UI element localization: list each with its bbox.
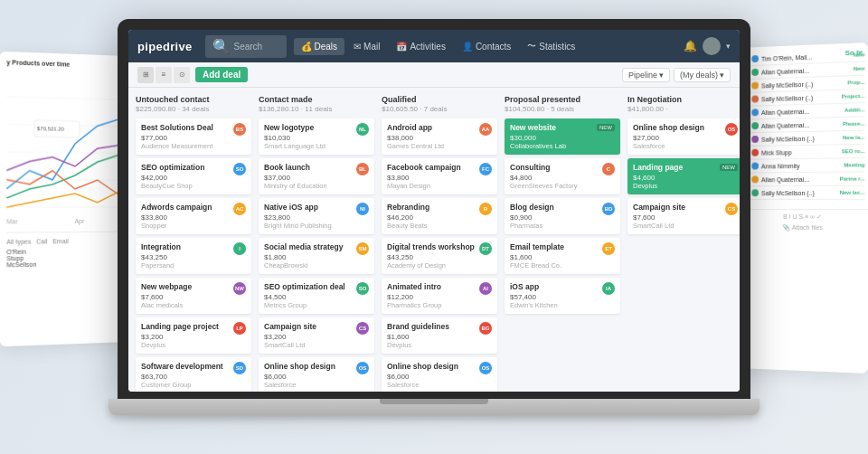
card-amount: $46,200: [387, 213, 429, 222]
column-header-proposal: Proposal presented $104,500.80 · 5 deals: [505, 95, 620, 113]
kanban-card[interactable]: Book launch $37,000 Ministry of Educatio…: [259, 158, 374, 194]
chevron-down-icon: ▾: [726, 42, 731, 51]
kanban-board: Untouched contact $225,090.80 · 34 deals…: [128, 88, 740, 392]
card-avatar: SM: [356, 242, 369, 255]
card-title: Native iOS app: [264, 203, 332, 213]
contact-list-item[interactable]: Allan Quaternai... Partne r...: [742, 172, 865, 186]
pipeline-filter[interactable]: Pipeline ▾: [622, 68, 670, 82]
kanban-card[interactable]: Integration $43,250 Papersand I: [136, 238, 251, 274]
column-untouched: Untouched contact $225,090.80 · 34 deals…: [136, 95, 251, 384]
card-sub: Academy of Design: [387, 261, 475, 270]
card-avatar: OS: [479, 362, 492, 374]
contact-badge: Partne r...: [840, 175, 865, 181]
chevron-icon: ▾: [659, 71, 664, 80]
kanban-card[interactable]: SEO optimization $42,000 BeautyCue Shop …: [136, 158, 251, 194]
card-amount: $6,000: [387, 373, 458, 381]
card-title: Adwords campaign: [141, 203, 212, 213]
nav-deals[interactable]: 💰 Deals: [294, 38, 345, 55]
search-box[interactable]: 🔍 Search: [205, 35, 287, 58]
card-amount: $27,000: [633, 134, 704, 142]
card-sub: CheapBrowski: [264, 261, 343, 270]
kanban-card[interactable]: Online shop design $27,000 Salesforce OS: [627, 118, 740, 155]
bell-icon[interactable]: 🔔: [684, 40, 697, 52]
kanban-card[interactable]: Adwords campaign $33,800 Shopper AC: [136, 198, 251, 234]
card-title: Rebranding: [387, 203, 429, 213]
laptop-notch: [380, 399, 488, 404]
kanban-card[interactable]: Best Solutions Deal $77,000 Audience Mea…: [136, 118, 251, 155]
card-title: Campaign site: [633, 203, 685, 213]
contact-badge: New: [854, 65, 865, 71]
kanban-card[interactable]: New website NEW $30,000 Collaboratives L…: [505, 118, 620, 155]
kanban-view-icon[interactable]: ⊞: [137, 67, 154, 83]
card-avatar: NL: [356, 123, 369, 136]
card-sub: Salesforce: [387, 381, 458, 389]
kanban-card[interactable]: Software development $63,700 Customer Gr…: [136, 357, 251, 392]
app-logo: pipedrive: [137, 40, 193, 53]
card-avatar: FC: [479, 163, 492, 175]
card-sub: Metrics Group: [264, 301, 345, 309]
kanban-card[interactable]: Campaign site $7,600 SmartCall Ltd CS: [627, 198, 740, 234]
kanban-card[interactable]: Brand guidelines $1,600 Devplus BG: [382, 317, 497, 354]
kanban-toolbar: ⊞ ≡ ⊙ Add deal Pipeline ▾ (My deals) ▾: [128, 62, 740, 88]
card-amount: $1,800: [264, 253, 343, 261]
kanban-card[interactable]: Native iOS app $23,800 Bright Mind Publi…: [259, 198, 374, 234]
list-view-icon[interactable]: ≡: [156, 67, 172, 83]
kanban-card[interactable]: Landing page NEW $4,600 Devplus: [627, 158, 740, 194]
contact-list-item[interactable]: Mick Stupp SEO ro...: [742, 145, 865, 160]
card-title: Blog design: [510, 203, 554, 213]
card-title: iOS app: [510, 282, 558, 292]
nav-activities[interactable]: 📅 Activities: [389, 38, 452, 55]
scene: y Products over time: [0, 0, 868, 454]
timeline-view-icon[interactable]: ⊙: [174, 67, 190, 83]
kanban-card[interactable]: SEO optimization deal $4,500 Metrics Gro…: [259, 278, 374, 314]
card-amount: $10,030: [264, 134, 326, 142]
kanban-card[interactable]: Campaign site $3,200 SmartCall Ltd CS: [259, 317, 374, 354]
nav-mail[interactable]: ✉ Mail: [346, 38, 387, 55]
card-title: Android app: [387, 123, 444, 133]
nav-statistics[interactable]: 〜 Statistics: [520, 36, 582, 56]
column-header-untouched: Untouched contact $225,090.80 · 34 deals: [136, 95, 251, 113]
card-title: Animated intro: [387, 282, 441, 292]
user-avatar[interactable]: [703, 37, 721, 55]
column-title: In Negotiation: [627, 95, 740, 105]
add-deal-button[interactable]: Add deal: [195, 67, 248, 82]
card-avatar: I: [233, 242, 246, 255]
contact-list-item[interactable]: Sally McSellson (..) New lac...: [742, 186, 865, 201]
kanban-card[interactable]: Animated intro $12,200 Pharmatics Group …: [382, 278, 497, 314]
kanban-card[interactable]: Social media strategy $1,800 CheapBrowsk…: [259, 238, 374, 274]
kanban-card[interactable]: Email template $1,600 FMCE Bread Co. ET: [505, 238, 620, 274]
kanban-card[interactable]: Digital trends workshop $43,250 Academy …: [382, 238, 497, 274]
kanban-card[interactable]: Consulting $4,800 GreenSleeves Factory C: [505, 158, 620, 194]
contact-badge: New lac...: [840, 190, 865, 195]
card-title: Integration: [141, 242, 181, 252]
column-meta: $41,800.00 ·: [627, 105, 740, 113]
kanban-card[interactable]: New logotype $10,030 Smart Language Ltd …: [259, 118, 374, 155]
kanban-card[interactable]: Blog design $0,900 Pharmatas BD: [505, 198, 620, 234]
column-header-contact: Contact made $136,280.10 · 11 deals: [259, 95, 374, 113]
kanban-card[interactable]: iOS app $57,400 Edwin's Kitchen IA: [505, 278, 620, 314]
kanban-card[interactable]: Facebook campaign $3,800 Mayan Design FC: [382, 158, 497, 194]
card-sub: Alac medicals: [141, 301, 192, 309]
card-sub: Salesforce: [633, 142, 704, 150]
laptop: pipedrive 🔍 Search 💰 Deals ✉ Mail: [108, 19, 760, 435]
mydeals-filter[interactable]: (My deals) ▾: [674, 68, 731, 82]
contact-list-item[interactable]: Anna Nimmity Meeting: [742, 158, 865, 173]
card-avatar: ET: [602, 242, 615, 255]
kanban-card[interactable]: Android app $38,000 Games Central Ltd AA: [382, 118, 497, 155]
kanban-card[interactable]: Online shop design $6,000 Salesforce OS: [382, 357, 497, 392]
card-sub: Games Central Ltd: [387, 142, 444, 150]
card-avatar: AA: [479, 123, 492, 136]
kanban-card[interactable]: Online shop design $6,000 Salesforce OS: [259, 357, 374, 392]
kanban-card[interactable]: Landing page project $3,200 Devplus LP: [136, 317, 251, 354]
kanban-card[interactable]: New webpage $7,600 Alac medicals NW: [136, 278, 251, 314]
contact-badge: Please...: [843, 120, 864, 127]
card-sub: Pharmatics Group: [387, 301, 441, 309]
card-title: Landing page project: [141, 322, 219, 332]
card-amount: $4,600: [633, 174, 738, 182]
column-header-negotiation: In Negotiation $41,800.00 ·: [627, 95, 740, 113]
kanban-card[interactable]: Rebranding $46,200 Beauty Beats R: [382, 198, 497, 234]
card-title: Social media strategy: [264, 242, 343, 252]
nav-contacts[interactable]: 👤 Contacts: [455, 38, 518, 55]
card-avatar: DT: [479, 242, 492, 255]
app-header: pipedrive 🔍 Search 💰 Deals ✉ Mail: [128, 30, 740, 62]
